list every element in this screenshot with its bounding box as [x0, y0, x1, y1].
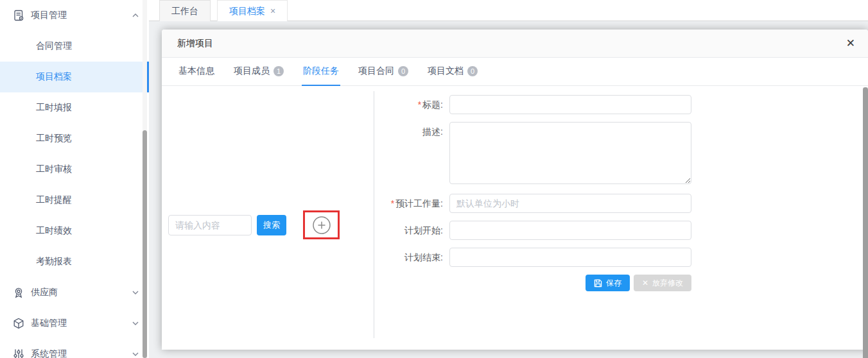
sidebar-item-supplier[interactable]: 供应商: [0, 277, 149, 308]
tab-label: 阶段任务: [303, 65, 339, 77]
chevron-down-icon: [132, 291, 139, 294]
sidebar-item-basic-management[interactable]: 基础管理: [0, 308, 149, 339]
sidebar-item-timesheet-performance[interactable]: 工时绩效: [0, 216, 149, 246]
sidebar-item-system-management[interactable]: 系统管理: [0, 339, 149, 358]
tab-label: 项目文档: [428, 65, 464, 77]
sidebar: 项目管理 合同管理 项目档案 工时填报 工时预览 工时审核 工时提醒 工时绩效 …: [0, 0, 149, 358]
discard-changes-button[interactable]: ✕ 放弃修改: [634, 275, 691, 291]
panel-scrollbar-thumb[interactable]: [863, 87, 868, 358]
sidebar-item-timesheet-remind[interactable]: 工时提醒: [0, 185, 149, 216]
tab-stage-tasks[interactable]: 阶段任务: [302, 58, 340, 86]
form-row-title: *标题:: [374, 95, 868, 114]
save-button[interactable]: 保存: [586, 275, 630, 291]
sidebar-item-timesheet-fill[interactable]: 工时填报: [0, 92, 149, 123]
sidebar-item-contract-management[interactable]: 合同管理: [0, 31, 149, 62]
workload-input[interactable]: [449, 194, 691, 213]
sidebar-item-label: 工时绩效: [36, 225, 72, 237]
new-project-panel: 新增项目 ✕ 基本信息 项目成员 1 阶段任务 项目合同 0 项目文档 0 搜索: [162, 30, 868, 350]
field-label: *标题:: [374, 95, 449, 114]
task-list-panel: 搜索: [162, 86, 374, 350]
tab-basic-info[interactable]: 基本信息: [177, 58, 216, 86]
sidebar-item-label: 工时预览: [36, 133, 72, 144]
page-tabstrip: 工作台 项目档案 ×: [149, 0, 868, 21]
sidebar-item-label: 项目档案: [36, 71, 72, 83]
required-mark: *: [418, 99, 421, 110]
discard-label: 放弃修改: [652, 278, 683, 289]
tab-project-archive[interactable]: 项目档案 ×: [217, 0, 288, 21]
sidebar-item-label: 合同管理: [36, 40, 72, 52]
tab-label: 项目成员: [234, 65, 270, 77]
sidebar-item-project-archive[interactable]: 项目档案: [0, 62, 149, 92]
sidebar-item-project-management[interactable]: 项目管理: [0, 0, 149, 31]
project-icon: [13, 10, 24, 21]
count-badge: 0: [467, 66, 478, 76]
form-actions: 保存 ✕ 放弃修改: [374, 275, 691, 291]
sidebar-item-label: 项目管理: [31, 10, 67, 21]
field-label: 计划开始:: [374, 221, 449, 240]
chevron-down-icon: [132, 352, 139, 356]
title-input[interactable]: [449, 95, 691, 114]
save-label: 保存: [606, 278, 621, 289]
tab-project-members[interactable]: 项目成员 1: [232, 58, 285, 86]
count-badge: 1: [273, 66, 284, 76]
search-button[interactable]: 搜索: [257, 215, 286, 235]
add-task-button[interactable]: [312, 216, 331, 235]
form-row-workload: *预计工作量:: [374, 194, 868, 213]
plan-start-input[interactable]: [449, 221, 691, 240]
task-form: *标题: 描述: *预计工作量: 计划开始: 计划结束:: [374, 95, 868, 291]
highlight-rectangle: [303, 210, 340, 239]
count-badge: 0: [398, 66, 408, 76]
field-label: 计划结束:: [374, 248, 449, 267]
plus-circle-icon: [312, 216, 331, 235]
sidebar-item-timesheet-audit[interactable]: 工时审核: [0, 154, 149, 185]
sidebar-item-label: 工时填报: [36, 102, 72, 114]
plan-end-input[interactable]: [449, 248, 691, 267]
form-row-plan-end: 计划结束:: [374, 248, 868, 267]
tab-label: 工作台: [171, 1, 198, 21]
sidebar-item-label: 基础管理: [31, 318, 67, 329]
panel-title: 新增项目: [177, 38, 213, 49]
save-icon: [594, 279, 602, 287]
sidebar-item-attendance-report[interactable]: 考勤报表: [0, 246, 149, 277]
description-textarea[interactable]: [449, 122, 691, 184]
form-row-description: 描述:: [374, 122, 868, 184]
sliders-icon: [13, 348, 24, 358]
tab-label: 基本信息: [178, 65, 214, 77]
tab-project-documents[interactable]: 项目文档 0: [426, 58, 479, 86]
sidebar-scrollbar-thumb[interactable]: [143, 130, 147, 358]
cube-icon: [13, 318, 24, 329]
sidebar-item-label: 系统管理: [31, 348, 67, 358]
panel-tabs: 基本信息 项目成员 1 阶段任务 项目合同 0 项目文档 0: [162, 58, 868, 86]
field-label: 描述:: [374, 122, 449, 184]
required-mark: *: [391, 198, 394, 209]
tab-close-icon[interactable]: ×: [270, 1, 275, 21]
sidebar-item-timesheet-preview[interactable]: 工时预览: [0, 123, 149, 154]
form-row-plan-start: 计划开始:: [374, 221, 868, 240]
chevron-up-icon: [132, 13, 139, 17]
field-label: *预计工作量:: [374, 194, 449, 213]
panel-body: 搜索 *标题: 描述:: [162, 86, 868, 350]
sidebar-item-label: 考勤报表: [36, 256, 72, 268]
close-icon[interactable]: ✕: [844, 36, 858, 51]
sidebar-item-label: 工时提醒: [36, 194, 72, 206]
panel-header: 新增项目 ✕: [162, 30, 868, 58]
sidebar-item-label: 供应商: [31, 287, 58, 298]
chevron-down-icon: [132, 321, 139, 325]
tab-label: 项目档案: [229, 1, 265, 21]
search-input[interactable]: [168, 215, 252, 235]
sidebar-item-label: 工时审核: [36, 164, 72, 175]
award-icon: [13, 287, 24, 298]
tab-label: 项目合同: [358, 65, 394, 77]
tab-project-contracts[interactable]: 项目合同 0: [357, 58, 410, 86]
close-icon: ✕: [642, 278, 648, 287]
tab-workbench[interactable]: 工作台: [159, 0, 211, 21]
